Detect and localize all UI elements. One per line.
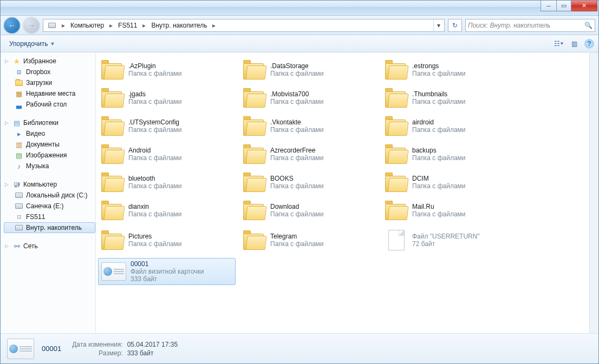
sidebar-item-local-c[interactable]: Локальный диск (C:): [4, 190, 95, 201]
folder-icon: [101, 144, 124, 164]
folder-item[interactable]: Mail.RuПапка с файлами: [382, 198, 519, 222]
chevron-right-icon[interactable]: ▸: [60, 22, 67, 29]
sidebar-computer[interactable]: ▷🖳Компьютер: [4, 179, 95, 190]
folder-item[interactable]: airdroidПапка с файлами: [382, 114, 519, 138]
sidebar-item-downloads[interactable]: Загрузки: [4, 77, 95, 88]
sidebar-item-video[interactable]: ▸Видео: [4, 128, 95, 139]
drive-icon: [15, 193, 23, 198]
folder-icon: [243, 201, 266, 220]
refresh-button[interactable]: ↻: [448, 19, 462, 32]
vcard-icon: [101, 262, 126, 281]
folder-icon: [385, 201, 408, 220]
help-button[interactable]: ?: [584, 39, 594, 49]
folder-item[interactable]: dianxinПапка с файлами: [98, 198, 236, 222]
toolbar: Упорядочить▼ ☷ ▼ ▥ ?: [1, 35, 598, 52]
folder-item[interactable]: backupsПапка с файлами: [382, 142, 519, 166]
sidebar-item-recent[interactable]: ▦Недавние места: [4, 88, 95, 99]
maximize-button[interactable]: ▭: [557, 1, 571, 11]
sidebar-network[interactable]: ▷⚯Сеть: [4, 241, 95, 252]
folder-icon: [101, 88, 124, 108]
address-bar[interactable]: ▸ Компьютер ▸ FS511 ▸ Внутр. накопитель …: [43, 19, 445, 32]
computer-icon: 🖳: [12, 180, 21, 189]
folder-item[interactable]: TelegramПапка с файлами: [240, 227, 377, 254]
details-date-label: Дата изменения:: [72, 341, 123, 348]
organize-button[interactable]: Упорядочить▼: [5, 38, 59, 50]
sidebar-item-pictures[interactable]: ▧Изображения: [4, 150, 95, 161]
folder-icon: [101, 60, 124, 80]
folder-item[interactable]: BOOKSПапка с файлами: [240, 170, 377, 194]
titlebar[interactable]: ─ ▭ ✕: [1, 1, 598, 16]
forward-button[interactable]: →: [23, 17, 40, 34]
details-size-label: Размер:: [72, 349, 123, 357]
address-dropdown[interactable]: ▾: [433, 19, 443, 31]
chevron-right-icon[interactable]: ▸: [107, 22, 115, 29]
folder-icon: [243, 230, 266, 250]
music-icon: ♪: [15, 162, 23, 170]
folder-icon: [243, 60, 266, 80]
folder-item[interactable]: AndroidПапка с файлами: [98, 142, 236, 166]
back-button[interactable]: ←: [4, 17, 20, 34]
folder-item[interactable]: bluetoothПапка с файлами: [98, 170, 236, 194]
search-input[interactable]: Поиск: Внутр. накопитель 🔍: [465, 19, 595, 32]
close-button[interactable]: ✕: [571, 1, 597, 11]
preview-pane-button[interactable]: ▥: [569, 39, 579, 49]
chevron-down-icon: ▼: [50, 41, 55, 47]
network-icon: ⚯: [12, 242, 21, 250]
drive-icon: [15, 225, 23, 230]
navigation-pane: ▷★Избранное ⧈Dropbox Загрузки ▦Недавние …: [1, 52, 96, 333]
sidebar-item-music[interactable]: ♪Музыка: [4, 161, 95, 171]
folder-icon: [385, 116, 408, 136]
scrollbar[interactable]: [589, 52, 598, 333]
file-item-selected[interactable]: 00001Файл визитной карточки333 байт: [98, 258, 236, 285]
dropbox-icon: ⧈: [15, 68, 23, 76]
chevron-right-icon[interactable]: ▸: [140, 22, 148, 29]
folder-item[interactable]: DownloadПапка с файлами: [240, 198, 377, 222]
sidebar-item-desktop[interactable]: ▃Рабочий стол: [4, 99, 95, 110]
search-icon[interactable]: 🔍: [584, 22, 593, 29]
pictures-icon: ▧: [15, 151, 23, 160]
downloads-icon: [15, 78, 23, 87]
folder-item[interactable]: AzrecorderFreeПапка с файлами: [240, 142, 377, 166]
file-item[interactable]: Файл "USERRETURN"72 байт: [382, 227, 519, 254]
view-options-button[interactable]: ☷ ▼: [554, 39, 564, 49]
folder-icon: [101, 116, 124, 136]
breadcrumb-fs511[interactable]: FS511: [115, 19, 140, 31]
drive-icon: [15, 203, 23, 209]
folder-icon: [385, 144, 408, 164]
minimize-button[interactable]: ─: [541, 1, 557, 11]
folder-icon: [243, 144, 266, 164]
sidebar-item-drive-e[interactable]: Санечка (E:): [4, 201, 95, 211]
sidebar-favorites[interactable]: ▷★Избранное: [4, 56, 95, 67]
folder-item[interactable]: .UTSystemConfigПапка с файлами: [98, 114, 236, 138]
file-icon: [385, 229, 408, 252]
breadcrumb-computer[interactable]: Компьютер: [67, 19, 107, 31]
sidebar-item-dropbox[interactable]: ⧈Dropbox: [4, 67, 95, 77]
sidebar-item-internal-storage[interactable]: Внутр. накопитель: [4, 222, 95, 233]
folder-icon: [243, 88, 266, 108]
folder-item[interactable]: .estrongsПапка с файлами: [382, 58, 519, 82]
folder-item[interactable]: .DataStorageПапка с файлами: [240, 58, 377, 82]
folder-item[interactable]: .VkontakteПапка с файлами: [240, 114, 377, 138]
documents-icon: ▥: [15, 140, 23, 149]
sidebar-item-fs511[interactable]: ⌑FS511: [4, 211, 95, 222]
folder-icon: [385, 88, 408, 108]
folder-item[interactable]: .jgadsПапка с файлами: [98, 86, 236, 110]
folder-item[interactable]: DCIMПапка с файлами: [382, 170, 519, 194]
chevron-right-icon[interactable]: ▸: [210, 22, 218, 29]
folder-item[interactable]: PicturesПапка с файлами: [98, 227, 236, 254]
folder-item[interactable]: .ThumbnailsПапка с файлами: [382, 86, 519, 110]
details-date-value: 05.04.2017 17:35: [127, 341, 178, 348]
folder-icon: [101, 230, 124, 250]
folder-item[interactable]: .AzPluginПапка с файлами: [98, 58, 236, 82]
folder-icon: [101, 173, 124, 192]
breadcrumb-internal[interactable]: Внутр. накопитель: [148, 19, 210, 31]
sidebar-item-documents[interactable]: ▥Документы: [4, 139, 95, 150]
folder-item[interactable]: .Mobvista700Папка с файлами: [240, 86, 377, 110]
desktop-icon: ▃: [15, 100, 23, 109]
folder-icon: [101, 201, 124, 220]
sidebar-libraries[interactable]: ▷▤Библиотеки: [4, 117, 95, 128]
folder-icon: [385, 60, 408, 80]
folder-icon: [385, 173, 408, 192]
details-size-value: 333 байт: [127, 349, 178, 357]
file-list[interactable]: .AzPluginПапка с файлами .DataStorageПап…: [96, 52, 589, 333]
